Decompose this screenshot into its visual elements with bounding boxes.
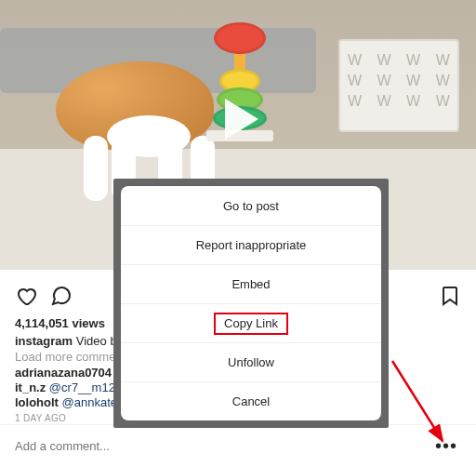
heart-icon[interactable]: [15, 285, 37, 307]
menu-go-to-post[interactable]: Go to post: [121, 186, 381, 225]
play-icon[interactable]: [208, 89, 268, 149]
options-menu: Go to post Report inappropriate Embed Co…: [121, 186, 381, 420]
comment-icon[interactable]: [50, 285, 73, 307]
menu-copy-link[interactable]: Copy Link: [121, 303, 381, 342]
more-icon[interactable]: •••: [431, 435, 461, 457]
comment-user[interactable]: adrianazana0704: [15, 366, 112, 380]
menu-embed[interactable]: Embed: [121, 264, 381, 303]
menu-unfollow[interactable]: Unfollow: [121, 342, 381, 381]
comment-user[interactable]: it_n.z: [15, 380, 46, 394]
menu-cancel[interactable]: Cancel: [121, 381, 381, 420]
comment-user[interactable]: loloholt: [15, 395, 59, 409]
menu-copy-link-label: Copy Link: [224, 316, 278, 330]
svg-marker-0: [225, 99, 258, 140]
add-comment-input[interactable]: [15, 439, 431, 453]
bg-dog: [19, 33, 232, 182]
menu-report[interactable]: Report inappropriate: [121, 225, 381, 264]
bookmark-icon[interactable]: [439, 285, 461, 307]
author-username[interactable]: instagram: [15, 334, 73, 348]
bg-basket: [338, 39, 459, 132]
mention[interactable]: @cr7__m12: [49, 380, 115, 394]
add-comment-bar: •••: [0, 424, 476, 467]
